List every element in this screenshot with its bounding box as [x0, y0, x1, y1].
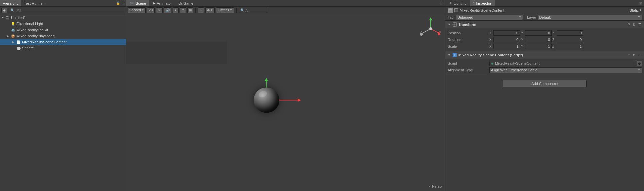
gizmos-label: Gizmos: [218, 8, 229, 12]
scene-tab-label: Scene: [136, 1, 146, 5]
static-dropdown-icon: ▼: [639, 9, 642, 12]
static-button[interactable]: Static ▼: [630, 8, 642, 12]
transform-help-icon[interactable]: ?: [627, 23, 631, 27]
scene-toolbar: Shaded ▼ 2D ☀ 🔊 ✦ ⊙ ⊞ ✛: [126, 7, 445, 14]
lock-icon[interactable]: 🔒: [116, 1, 120, 5]
scene-search-input[interactable]: [245, 8, 265, 12]
shaded-dropdown-icon: ▼: [141, 9, 144, 12]
svg-rect-28: [449, 9, 452, 12]
inspector-tab-label: Inspector: [476, 1, 491, 5]
tab-hierarchy[interactable]: Hierarchy: [0, 0, 21, 6]
script-settings-icon[interactable]: ⚙: [632, 53, 636, 57]
gizmos-dropdown[interactable]: Gizmos ▼: [216, 7, 234, 13]
scale-y-axis-label: Y: [521, 45, 524, 48]
menu-icon[interactable]: ☰: [121, 1, 124, 5]
tab-test-runner[interactable]: Test Runner: [21, 0, 46, 6]
tab-inspector[interactable]: ℹ Inspector: [470, 0, 495, 6]
sphere-object: [254, 87, 279, 113]
layer-dropdown[interactable]: Default ▼: [538, 15, 642, 20]
rot-z-field: Z: [552, 37, 583, 42]
script-value: MixedRealitySceneContent: [495, 61, 540, 65]
mrplayspace-label: MixedRealityPlayspace: [16, 34, 55, 38]
scale-z-input[interactable]: [557, 44, 583, 49]
script-file-icon: ◈: [491, 62, 494, 65]
pivot-arrow: ▼: [210, 9, 213, 12]
position-fields: X Y Z: [489, 30, 642, 36]
scale-y-field: Y: [521, 44, 552, 49]
script-menu-icon[interactable]: ☰: [638, 53, 642, 57]
tree-item-sphere[interactable]: ⬤ Sphere: [0, 45, 126, 51]
2d-button[interactable]: 2D: [147, 7, 155, 13]
svg-text:Y: Y: [430, 19, 432, 22]
shaded-label: Shaded: [129, 8, 141, 12]
transform-expand-icon: ▼: [448, 23, 451, 26]
tab-lighting[interactable]: ☀ Lighting: [445, 0, 470, 6]
script-help-icon[interactable]: ?: [627, 53, 631, 57]
gameobject-active-checkbox[interactable]: ✓: [454, 8, 458, 12]
rot-z-axis-label: Z: [552, 38, 556, 42]
rot-x-input[interactable]: [493, 37, 520, 42]
rotation-fields: X Y Z: [489, 37, 642, 42]
tree-item-root[interactable]: ▼ 🎬 Untitled*: [0, 15, 126, 21]
transform-menu-icon[interactable]: ☰: [638, 23, 642, 27]
scene-extra1[interactable]: ⊙: [180, 7, 186, 13]
layer-dropdown-arrow-icon: ▼: [638, 16, 640, 19]
tree-item-directional-light[interactable]: 💡 Directional Light: [0, 21, 126, 27]
sun-icon: ☀: [449, 1, 452, 5]
rot-y-input[interactable]: [525, 37, 552, 42]
tab-animator[interactable]: ▶ Animator: [149, 0, 175, 6]
gizmo-svg: Y X Z: [419, 17, 442, 40]
transform-settings-icon[interactable]: ⚙: [632, 23, 636, 27]
x-axis-line: [279, 100, 298, 100]
add-component-button[interactable]: Add Component: [503, 80, 587, 87]
audio-toggle[interactable]: 🔊: [164, 7, 171, 13]
persp-label: < Persp: [429, 184, 442, 188]
inspector-menu-icon[interactable]: ⊠: [639, 1, 644, 5]
search-icon: 🔍: [10, 8, 14, 12]
center-panel: 🎮 Scene ▶ Animator 🕹 Game ☰ Shaded ▼ 2D: [126, 0, 445, 191]
pos-y-input[interactable]: [525, 30, 552, 36]
fx-toggle[interactable]: ✦: [173, 7, 179, 13]
sphere-highlight: [258, 90, 268, 98]
hierarchy-search-input[interactable]: [15, 8, 123, 13]
transform-header[interactable]: ▼ Transform ? ⚙ ☰: [445, 21, 644, 28]
shaded-dropdown[interactable]: Shaded ▼: [128, 7, 146, 13]
tree-item-mrplayspace[interactable]: ▶ 📦 MixedRealityPlayspace: [0, 33, 126, 39]
scale-z-axis-label: Z: [552, 45, 556, 48]
scale-label: Scale: [448, 44, 488, 48]
scale-x-input[interactable]: [493, 44, 520, 49]
script-component-title: Mixed Reality Scene Content (Script): [458, 53, 626, 57]
tab-game[interactable]: 🕹 Game: [175, 0, 197, 6]
light-toggle[interactable]: ☀: [156, 7, 163, 13]
script-component-header[interactable]: ▼ # Mixed Reality Scene Content (Script)…: [445, 51, 644, 59]
pos-z-input[interactable]: [557, 30, 583, 36]
tree-item-mrtoolkit[interactable]: ⚙️ MixedRealityToolkit: [0, 27, 126, 33]
tab-scene[interactable]: 🎮 Scene: [126, 0, 149, 6]
add-hierarchy-button[interactable]: +: [1, 8, 7, 13]
scene-extra2[interactable]: ⊞: [187, 7, 193, 13]
scene-view[interactable]: Y X Z < Persp: [126, 14, 445, 191]
position-label: Position: [448, 31, 488, 35]
transform-tool[interactable]: ✛: [198, 7, 204, 13]
scene-content-icon: 📄: [16, 40, 21, 44]
layer-label: Layer: [527, 15, 536, 19]
pos-x-input[interactable]: [493, 30, 520, 36]
pivot-dropdown[interactable]: ⊕ ▼: [205, 7, 215, 13]
scale-y-input[interactable]: [525, 44, 552, 49]
svg-text:X: X: [439, 30, 441, 34]
alignment-row: Alignment Type Align With Experience Sca…: [448, 67, 642, 74]
script-component: ▼ # Mixed Reality Scene Content (Script)…: [445, 51, 644, 75]
tag-dropdown[interactable]: Untagged ▼: [456, 15, 523, 20]
go-cube-icon: [448, 8, 453, 13]
script-pick-button[interactable]: ⊙: [637, 61, 642, 66]
scene-tab-menu[interactable]: ☰: [440, 1, 445, 5]
game-tab-label: Game: [183, 1, 193, 5]
pivot-icon: ⊕: [207, 8, 210, 12]
svg-rect-1: [126, 42, 227, 65]
alignment-dropdown[interactable]: Align With Experience Scale ▼: [489, 67, 642, 73]
game-tab-icon: 🕹: [178, 1, 182, 5]
hierarchy-tab-icons: 🔒 ☰: [116, 1, 126, 5]
tree-item-mrscenecontent[interactable]: ▶ 📄 MixedRealitySceneContent: [0, 39, 126, 45]
gameobject-name-field[interactable]: MixedRealitySceneContent: [460, 8, 628, 12]
rot-z-input[interactable]: [557, 37, 583, 42]
